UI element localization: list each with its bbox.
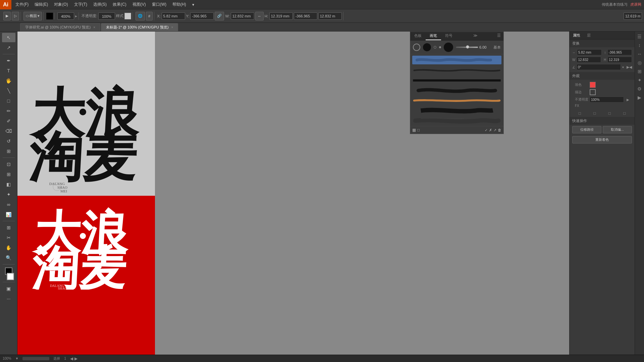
x-input[interactable] (162, 12, 185, 20)
menu-file[interactable]: 文件(F) (13, 1, 31, 8)
constrain-scale-btn[interactable]: ▶◀ (627, 65, 632, 69)
slider-thumb[interactable] (466, 45, 469, 49)
selection-tool-btn[interactable]: ▶ (3, 12, 11, 20)
preset-hollow-sm[interactable] (413, 44, 420, 51)
brush-item-1[interactable] (410, 66, 503, 75)
preset-filled-xl[interactable] (444, 43, 453, 52)
tool-slice[interactable]: ✂ (2, 233, 15, 242)
link-proportions-btn[interactable]: 🔗 (215, 12, 224, 20)
icon-col-btn-4[interactable]: ◎ (636, 59, 643, 66)
brush-item-6[interactable] (410, 116, 503, 125)
tool-eyedropper[interactable]: ✦ (2, 190, 15, 199)
menu-select[interactable]: 选择(S) (91, 1, 109, 8)
w-input[interactable] (231, 12, 254, 20)
fill-color-swatch[interactable] (46, 13, 53, 19)
panel-icon-check[interactable]: ✓ (485, 128, 488, 132)
menu-text[interactable]: 文字(T) (71, 1, 90, 8)
menu-help[interactable]: 帮助(H) (170, 1, 189, 8)
link-icon-3[interactable]: □ (608, 111, 611, 116)
brush-item-3[interactable] (410, 86, 503, 95)
icon-col-btn-6[interactable]: ✦ (636, 76, 643, 84)
tab-0-close[interactable]: × (93, 25, 95, 29)
icon-col-btn-2[interactable]: ↕ (636, 42, 643, 49)
status-nav-bar[interactable] (22, 357, 49, 360)
opacity-display[interactable]: 100% (98, 12, 115, 20)
angle-field-value[interactable]: 0° (577, 64, 621, 70)
globe-btn[interactable]: 🌐 (136, 12, 145, 20)
direct-selection-btn[interactable]: ▷ (12, 12, 19, 20)
preset-filled-lg[interactable] (423, 43, 431, 51)
panel-icon-new[interactable]: □ (417, 128, 420, 132)
panel-icon-x[interactable]: ✗ (489, 128, 492, 132)
outline-btn[interactable]: 取消编... (603, 126, 632, 133)
panel-icon-arrow[interactable]: ↗ (493, 128, 496, 132)
stroke-color-btn[interactable] (590, 89, 596, 95)
angle-dropdown[interactable]: ▾ (622, 65, 624, 69)
panel-icon-delete[interactable]: 🗑 (498, 128, 501, 132)
y-field-value[interactable]: -366.965 (607, 49, 632, 55)
tool-rect[interactable]: □ (2, 96, 15, 106)
layers-tab[interactable]: 层 (584, 32, 594, 39)
tab-1-close[interactable]: × (171, 25, 173, 29)
tool-hand[interactable]: ✋ (2, 243, 15, 252)
status-nav-prev[interactable]: ◀ (70, 356, 73, 361)
preset-hollow-xs[interactable] (434, 46, 436, 49)
grid-btn[interactable]: # (146, 12, 153, 20)
link-icon-4[interactable]: □ (623, 111, 626, 116)
shape-selector[interactable]: ⬭ 椭圆 ▾ (23, 12, 42, 20)
icon-col-btn-5[interactable]: ⊞ (636, 68, 643, 75)
zoom-display[interactable]: 400% (57, 12, 74, 20)
transform-section-header[interactable]: 变换 (570, 40, 635, 47)
tool-pen[interactable]: ✒ (2, 56, 15, 65)
tool-graph[interactable]: 📊 (2, 210, 15, 219)
tool-reflect[interactable]: ⊞ (2, 146, 15, 156)
tool-blend[interactable]: ∞ (2, 200, 15, 209)
h-input[interactable] (269, 12, 293, 20)
tool-more[interactable]: ··· (2, 294, 15, 303)
constrain-btn[interactable]: ↔ (255, 12, 264, 20)
icon-col-btn-7[interactable]: ⚙ (636, 85, 643, 93)
brush-size-slider[interactable] (456, 47, 478, 48)
icon-col-btn-3[interactable]: ↔ (636, 50, 643, 58)
tool-zoom[interactable]: 🔍 (2, 253, 15, 262)
link-icon-2[interactable]: □ (593, 111, 596, 116)
quick-ops-header[interactable]: 快速操作 (570, 117, 635, 125)
panel-tab-brush[interactable]: 画笔 (426, 32, 441, 40)
fill-color-btn[interactable] (590, 82, 596, 88)
tool-scale[interactable]: ⊡ (2, 160, 15, 169)
properties-tab[interactable]: 属性 (570, 32, 584, 39)
tool-line[interactable]: ╲ (2, 86, 15, 96)
icon-col-btn-1[interactable]: ☰ (636, 33, 643, 40)
tab-0[interactable]: 字体研究.ai @ 100% (CMYK/GPU 预览) × (20, 23, 100, 31)
tool-select[interactable]: ↖ (2, 33, 15, 42)
icon-col-btn-8[interactable]: ▶ (636, 94, 643, 101)
preset-dot-xs[interactable] (439, 46, 441, 48)
extra-y-input[interactable] (318, 12, 342, 20)
brush-item-5[interactable] (410, 106, 503, 115)
tool-screen-mode[interactable]: ▣ (2, 284, 15, 293)
panel-tab-symbol[interactable]: 符号 (441, 32, 457, 40)
menu-view[interactable]: 视图(V) (130, 1, 149, 8)
panel-menu-btn[interactable]: ☰ (494, 32, 503, 40)
menu-effect[interactable]: 效果(C) (110, 1, 129, 8)
tab-1[interactable]: 未标题-1* @ 100% (CMYK/GPU 预览) × (101, 23, 178, 31)
panel-expand-btn[interactable]: ≫ (471, 32, 480, 40)
tool-type[interactable]: T (2, 66, 15, 75)
style-swatch[interactable] (124, 13, 131, 19)
status-nav-next[interactable]: ▶ (74, 356, 77, 361)
final-coord-input[interactable] (624, 12, 642, 20)
tool-direct-select[interactable]: ↗ (2, 43, 15, 52)
tool-pencil[interactable]: ✐ (2, 116, 15, 126)
align-btn[interactable]: 位移路径 (572, 126, 601, 133)
tool-mesh[interactable]: ⊞ (2, 170, 15, 179)
menu-window[interactable]: 窗口(W) (149, 1, 169, 8)
tool-eraser[interactable]: ⌫ (2, 126, 15, 136)
opacity-prop-value[interactable]: 100% (590, 97, 624, 103)
canvas-area[interactable]: 大浪 淘麦 DALANG SHAO MEI 大浪 淘麦 (17, 32, 569, 362)
brush-item-4[interactable] (410, 96, 503, 105)
menu-object[interactable]: 对象(O) (51, 1, 70, 8)
tool-rotate[interactable]: ↺ (2, 136, 15, 146)
x-field-value[interactable]: 5.82 mm (577, 49, 602, 55)
tool-artboard[interactable]: ⊞ (2, 223, 15, 232)
opacity-arrow[interactable]: ▶ (627, 98, 629, 102)
